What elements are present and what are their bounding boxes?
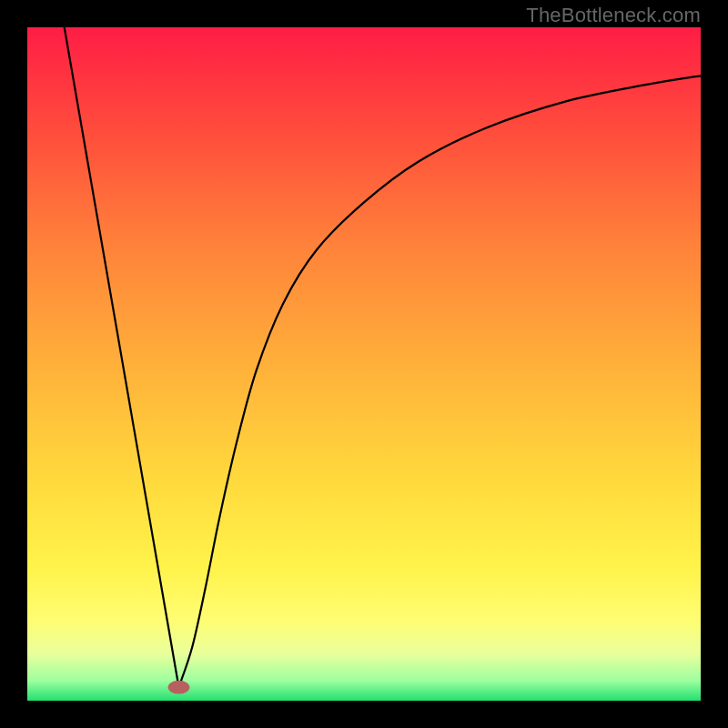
watermark-text: TheBottleneck.com [526,4,701,27]
chart-frame: TheBottleneck.com [0,0,728,728]
vertex-marker [168,681,190,694]
plot-area [27,27,701,701]
gradient-background [27,27,701,701]
plot-svg [27,27,701,701]
